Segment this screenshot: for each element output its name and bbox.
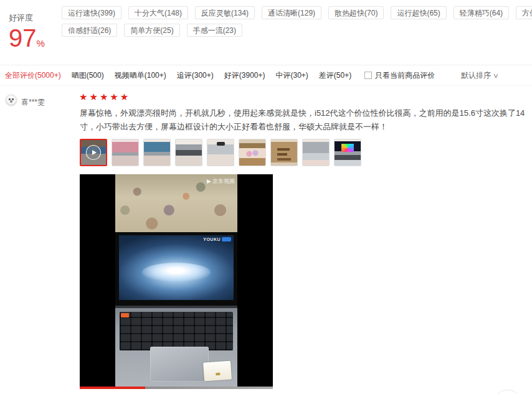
thumbnail-laptop-colorful-wallpaper[interactable]	[334, 139, 361, 166]
jd-video-watermark-text: 京东视频	[212, 177, 235, 185]
tab-positive[interactable]: 好评(3900+)	[224, 70, 265, 81]
play-overlay-icon	[81, 140, 106, 165]
review-tag-button[interactable]: 散热超快(70)	[328, 6, 384, 19]
tab-all[interactable]: 全部评价(5000+)	[5, 70, 61, 81]
product-reviews-page: 好评度 97% 运行速快(399)十分大气(148)反应灵敏(134)通话清晰(…	[0, 0, 532, 394]
video-laptop-trackpad	[150, 347, 209, 382]
current-product-filter-checkbox[interactable]	[364, 72, 372, 79]
current-product-filter-label: 只看当前商品评价	[375, 70, 435, 81]
thumbnail-laptop-pink-screen[interactable]	[112, 139, 139, 166]
review-tag-button[interactable]: 倍感舒适(26)	[62, 24, 117, 37]
video-laptop-screen: YOUKU	[115, 232, 237, 306]
video-laptop-keyboard	[120, 312, 233, 350]
review-filter-bar: 全部评价(5000+)晒图(500)视频晒单(100+)追评(300+)好评(3…	[0, 65, 532, 86]
video-laptop-screen-content: YOUKU	[119, 235, 234, 300]
tab-with-videos[interactable]: 视频晒单(100+)	[115, 70, 166, 81]
floating-widget-peek	[493, 390, 522, 394]
video-warranty-card	[203, 361, 232, 382]
star-rating-icons: ★★★★★	[79, 91, 130, 103]
review-tag-button[interactable]: 轻薄精巧(64)	[454, 6, 509, 19]
tab-with-images[interactable]: 晒图(500)	[72, 70, 104, 81]
thumbnail-video[interactable]	[80, 139, 107, 166]
thumbnail-laptop-top-view[interactable]	[302, 139, 330, 166]
review-tag-button[interactable]: 手感一流(23)	[187, 24, 242, 37]
video-laptop-keyboard-deck	[115, 306, 237, 387]
reviewer-username: 喜***雯	[21, 97, 45, 108]
review-tag-button[interactable]: 运行超快(65)	[391, 6, 446, 19]
youku-logo-text: YOUKU	[203, 237, 221, 242]
review-media-thumbnails	[80, 139, 361, 166]
review-tag-button[interactable]: 十分大气(148)	[128, 6, 188, 19]
youku-logo: YOUKU	[203, 237, 231, 242]
rating-value: 97%	[9, 26, 45, 50]
current-product-filter[interactable]: 只看当前商品评价	[364, 70, 435, 81]
thumbnail-cardboard-box[interactable]	[270, 139, 298, 166]
rating-label: 好评度	[9, 12, 45, 24]
jd-video-watermark: ▶ 京东视频	[207, 177, 235, 185]
tag-row: 倍感舒适(26)简单方便(25)手感一流(23)	[62, 24, 526, 37]
video-progress[interactable]	[80, 387, 273, 389]
review-tag-button[interactable]: 运行速快(399)	[62, 6, 121, 19]
play-icon: ▶	[207, 179, 211, 184]
tab-follow-up[interactable]: 追评(300+)	[177, 70, 214, 81]
review-tag-button[interactable]: 通话清晰(129)	[262, 6, 321, 19]
tab-negative[interactable]: 差评(50+)	[319, 70, 351, 81]
youku-logo-badge	[222, 237, 231, 242]
tag-rows: 运行速快(399)十分大气(148)反应灵敏(134)通话清晰(129)散热超快…	[62, 6, 526, 41]
thumbnail-laptop-rear-view[interactable]	[175, 139, 202, 166]
review-tag-button[interactable]: 反应灵敏(134)	[195, 6, 255, 19]
thumbnail-open-box-accessories[interactable]	[239, 139, 266, 166]
rating-number: 97	[9, 24, 37, 52]
review-tag-button[interactable]: 方便快捷(61)	[516, 6, 532, 19]
tag-row: 运行速快(399)十分大气(148)反应灵敏(134)通话清晰(129)散热超快…	[62, 6, 526, 19]
tabs: 全部评价(5000+)晒图(500)视频晒单(100+)追评(300+)好评(3…	[5, 70, 362, 81]
chevron-down-icon: ∨	[493, 72, 499, 80]
review-video-player[interactable]: YOUKU ▶ 京东视频	[80, 174, 273, 389]
avatar	[5, 94, 17, 106]
review-tag-button[interactable]: 简单方便(25)	[124, 24, 179, 37]
sort-label: 默认排序	[461, 70, 491, 81]
review-text: 屏幕惊艳，外观漂亮很时尚，开机就几秒，使用起来感觉就是快，i512代这个价位性价…	[80, 106, 526, 134]
thumbnail-laptop-closed-lid[interactable]	[207, 139, 234, 166]
rating-summary: 好评度 97%	[9, 12, 45, 50]
video-frame: YOUKU	[115, 174, 237, 387]
sort-dropdown[interactable]: 默认排序 ∨	[461, 70, 498, 81]
thumbnail-laptop-scene-screen[interactable]	[143, 139, 171, 166]
video-laptop-esc-key	[121, 313, 129, 317]
tab-medium[interactable]: 中评(30+)	[275, 70, 308, 81]
rating-percent-sign: %	[37, 38, 45, 49]
